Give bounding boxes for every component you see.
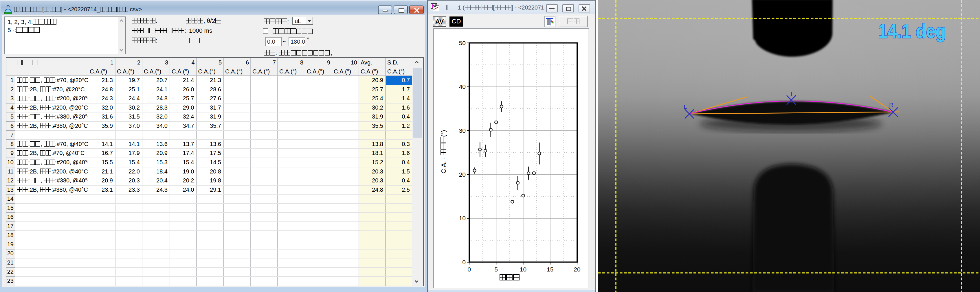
svg-text:0: 0 [462, 259, 466, 265]
svg-text:30: 30 [459, 127, 466, 134]
svg-text:R: R [889, 102, 894, 108]
svg-text:40: 40 [459, 83, 466, 90]
svg-text:5: 5 [494, 266, 498, 273]
svg-text:20: 20 [459, 171, 466, 178]
svg-text:14.1 deg: 14.1 deg [878, 20, 946, 42]
svg-text:10: 10 [520, 266, 527, 273]
svg-text:T: T [789, 90, 793, 97]
svg-text:50: 50 [459, 40, 466, 46]
svg-text:10: 10 [459, 215, 466, 221]
svg-text:15: 15 [547, 266, 554, 273]
svg-text:0: 0 [468, 266, 471, 273]
svg-text:20: 20 [574, 266, 580, 273]
svg-text:L: L [684, 103, 687, 110]
